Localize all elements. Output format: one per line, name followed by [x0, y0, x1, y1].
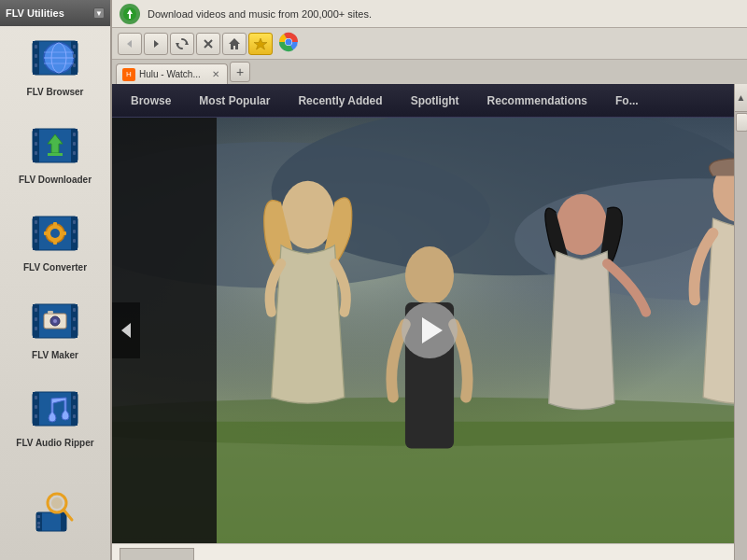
- svg-rect-67: [37, 525, 40, 528]
- hero-image: [112, 118, 747, 543]
- flv-converter-label: FLV Converter: [23, 262, 87, 273]
- svg-rect-60: [73, 405, 76, 409]
- sidebar-item-flv-downloader[interactable]: FLV Downloader: [0, 116, 110, 189]
- svg-point-70: [51, 497, 63, 509]
- svg-rect-33: [73, 239, 76, 243]
- flv-converter-icon: [29, 207, 81, 259]
- flv-audio-ripper-icon: [29, 383, 81, 435]
- new-tab-button[interactable]: +: [230, 62, 250, 82]
- hero-area: [112, 118, 747, 543]
- svg-rect-13: [73, 63, 76, 67]
- svg-rect-11: [73, 45, 76, 49]
- svg-point-94: [405, 246, 454, 305]
- svg-rect-52: [48, 311, 53, 314]
- svg-rect-19: [35, 151, 37, 155]
- sidebar-title: FLV Utilities ▼: [0, 0, 110, 26]
- search-icon: [29, 486, 81, 539]
- home-button[interactable]: [222, 33, 247, 55]
- svg-rect-18: [35, 142, 37, 146]
- svg-rect-36: [53, 222, 57, 226]
- svg-rect-38: [44, 231, 48, 235]
- bottom-preview: [112, 543, 747, 560]
- sidebar-collapse-btn[interactable]: ▼: [93, 7, 105, 19]
- bookmark-button[interactable]: [248, 33, 273, 55]
- svg-rect-65: [37, 515, 40, 518]
- hulu-nav-browse[interactable]: Browse: [131, 94, 171, 107]
- sidebar-title-text: FLV Utilities: [6, 7, 64, 19]
- sidebar-item-flv-converter[interactable]: FLV Converter: [0, 203, 110, 276]
- tab-favicon: H: [122, 68, 135, 81]
- svg-rect-45: [35, 327, 37, 330]
- main-content: Download videos and music from 200,000+ …: [112, 0, 747, 560]
- svg-rect-21: [73, 142, 76, 146]
- svg-point-35: [50, 229, 60, 238]
- svg-rect-58: [35, 414, 37, 418]
- tab-label: Hulu - Watch...: [139, 69, 205, 79]
- sidebar-item-flv-audio-ripper[interactable]: FLV Audio Ripper: [0, 379, 110, 452]
- svg-rect-56: [35, 396, 37, 399]
- svg-rect-39: [63, 231, 66, 235]
- svg-rect-57: [35, 405, 37, 409]
- flv-browser-label: FLV Browser: [27, 87, 84, 97]
- svg-rect-28: [35, 220, 37, 224]
- svg-rect-44: [35, 317, 37, 321]
- flv-downloader-icon: [29, 119, 81, 172]
- hulu-nav: Browse Most Popular Recently Added Spotl…: [112, 84, 747, 118]
- hulu-nav-more[interactable]: Fo...: [615, 94, 639, 107]
- svg-marker-74: [154, 40, 159, 48]
- svg-rect-8: [35, 45, 37, 49]
- stop-button[interactable]: [196, 33, 220, 55]
- sidebar-item-flv-maker[interactable]: FLV Maker: [0, 291, 110, 364]
- forward-button[interactable]: [144, 33, 168, 55]
- svg-rect-20: [73, 133, 76, 136]
- play-button[interactable]: [402, 302, 458, 358]
- sidebar-item-search[interactable]: [0, 483, 110, 545]
- top-bar: Download videos and music from 200,000+ …: [112, 0, 747, 28]
- svg-rect-9: [35, 54, 37, 58]
- hulu-nav-spotlight[interactable]: Spotlight: [411, 94, 459, 107]
- flv-audio-ripper-label: FLV Audio Ripper: [16, 438, 93, 448]
- svg-rect-43: [35, 308, 37, 312]
- refresh-button[interactable]: [170, 33, 194, 55]
- svg-rect-37: [53, 241, 57, 245]
- flv-maker-label: FLV Maker: [32, 350, 78, 360]
- hulu-nav-recently-added[interactable]: Recently Added: [298, 94, 382, 107]
- flv-maker-icon: [29, 295, 81, 347]
- scroll-thumb[interactable]: [736, 113, 747, 132]
- sidebar: FLV Utilities ▼: [0, 0, 112, 560]
- svg-rect-17: [35, 133, 37, 136]
- svg-rect-22: [73, 151, 76, 155]
- download-site-icon: [120, 4, 140, 24]
- svg-rect-47: [73, 317, 76, 321]
- svg-marker-79: [229, 38, 240, 49]
- svg-rect-12: [73, 54, 76, 58]
- svg-marker-98: [121, 323, 131, 338]
- browser-scrollbar[interactable]: ▲: [734, 84, 747, 560]
- svg-marker-73: [127, 40, 132, 48]
- browser-tab-hulu[interactable]: H Hulu - Watch... ✕: [116, 63, 228, 84]
- svg-rect-61: [73, 414, 76, 418]
- svg-point-84: [286, 38, 292, 45]
- scroll-up-button[interactable]: ▲: [735, 84, 747, 112]
- hulu-nav-recommendations[interactable]: Recommendations: [487, 94, 587, 107]
- svg-rect-29: [35, 230, 37, 233]
- download-text: Download videos and music from 200,000+ …: [148, 8, 372, 20]
- sidebar-item-flv-browser[interactable]: FLV Browser: [0, 28, 110, 101]
- nav-bar: [112, 28, 747, 60]
- tab-bar: H Hulu - Watch... ✕ +: [112, 60, 747, 84]
- browser-content: Browse Most Popular Recently Added Spotl…: [112, 84, 747, 560]
- svg-rect-59: [73, 396, 76, 399]
- svg-rect-24: [48, 153, 63, 156]
- svg-rect-46: [73, 308, 76, 312]
- tab-close-button[interactable]: ✕: [209, 68, 221, 80]
- svg-rect-30: [35, 239, 37, 243]
- left-arrow-button[interactable]: [112, 302, 140, 358]
- back-button[interactable]: [118, 33, 142, 55]
- preview-thumbnail[interactable]: [120, 548, 194, 561]
- hulu-nav-most-popular[interactable]: Most Popular: [199, 94, 270, 107]
- svg-rect-66: [37, 522, 40, 525]
- flv-browser-icon: [29, 32, 81, 84]
- svg-marker-80: [254, 38, 267, 49]
- svg-rect-64: [61, 512, 66, 531]
- svg-rect-10: [35, 63, 37, 67]
